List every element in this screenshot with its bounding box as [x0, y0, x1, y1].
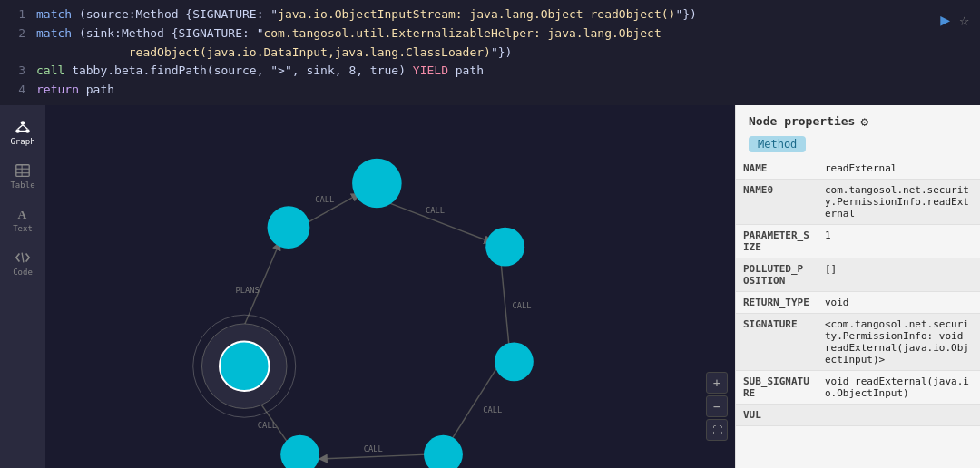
code-panel: 1 match (source:Method {SIGNATURE: "java… [0, 0, 980, 105]
graph-svg: CALL CALL CALL CALL CALL PLANS CALL [45, 105, 735, 468]
code-line-2: 2 match (sink:Method {SIGNATURE: "com.ta… [11, 24, 969, 63]
prop-key-vul: VUL [736, 404, 818, 425]
svg-rect-6 [16, 165, 29, 177]
svg-line-4 [23, 125, 27, 130]
method-badge: Method [749, 136, 806, 152]
prop-val-return-type: void [818, 291, 980, 313]
graph-controls: + − ⛶ [706, 372, 728, 441]
line-number-1: 1 [11, 5, 25, 24]
prop-key-signature: SIGNATURE [736, 313, 818, 370]
prop-row-sub-signature: SUB_SIGNATURE void readExternal(java.io.… [736, 370, 980, 404]
prop-val-polluted: [] [818, 258, 980, 291]
sidebar: Graph Table A Text Code [0, 105, 45, 468]
properties-title: Node properties [749, 114, 855, 128]
prop-row-return-type: RETURN_TYPE void [736, 291, 980, 313]
code-line-1: 1 match (source:Method {SIGNATURE: "java… [11, 5, 969, 24]
prop-row-name0: NAME0 com.tangosol.net.security.Permissi… [736, 179, 980, 224]
run-button[interactable]: ▶ [940, 7, 950, 34]
edge-label-5: CALL [258, 421, 277, 430]
node-top[interactable] [352, 159, 402, 209]
prop-val-name0: com.tangosol.net.security.PermissionInfo… [818, 179, 980, 224]
code-icon [15, 249, 31, 266]
properties-panel: Node properties ⚙ Method NAME readExtern… [735, 105, 980, 468]
graph-area[interactable]: CALL CALL CALL CALL CALL PLANS CALL [45, 105, 735, 468]
edge-2 [501, 260, 510, 351]
prop-row-signature: SIGNATURE <com.tangosol.net.security.Per… [736, 313, 980, 370]
edge-label-2: CALL [512, 301, 531, 310]
line-number-4: 4 [11, 81, 25, 100]
table-icon [15, 162, 31, 179]
line-number-3: 3 [11, 62, 25, 81]
star-button[interactable]: ☆ [959, 7, 969, 34]
prop-key-param-size: PARAMETER_SIZE [736, 224, 818, 258]
edge-label-4: CALL [364, 444, 383, 453]
main-area: Graph Table A Text Code [0, 105, 980, 468]
prop-key-name0: NAME0 [736, 179, 818, 224]
line-number-2: 2 [11, 24, 25, 63]
prop-row-param-size: PARAMETER_SIZE 1 [736, 224, 980, 258]
edge-4 [319, 454, 427, 459]
edge-label-6: PLANS [235, 286, 259, 295]
code-actions: ▶ ☆ [940, 7, 969, 34]
code-line-3: 3 call tabby.beta.findPath(source, ">", … [11, 62, 969, 81]
sidebar-item-table[interactable]: Table [3, 156, 43, 196]
properties-settings-icon[interactable]: ⚙ [860, 114, 867, 129]
code-text-3: call tabby.beta.findPath(source, ">", si… [36, 62, 484, 81]
edge-1 [377, 199, 492, 243]
svg-line-11 [22, 253, 24, 263]
properties-header: Node properties ⚙ [736, 105, 980, 134]
prop-val-sub-signature: void readExternal(java.io.ObjectInput) [818, 370, 980, 404]
code-text-4: return path [36, 81, 114, 100]
sidebar-label-table: Table [10, 180, 34, 190]
sidebar-label-graph: Graph [10, 137, 34, 146]
node-right-upper[interactable] [485, 228, 524, 267]
sidebar-label-code: Code [13, 268, 33, 277]
zoom-in-button[interactable]: + [706, 372, 728, 394]
prop-val-param-size: 1 [818, 224, 980, 258]
text-icon: A [15, 206, 31, 222]
graph-icon [15, 119, 31, 135]
prop-val-signature: <com.tangosol.net.security.PermissionInf… [818, 313, 980, 370]
edge-label-1: CALL [426, 206, 445, 215]
node-left-upper[interactable] [268, 206, 310, 249]
svg-point-0 [21, 121, 25, 125]
code-text-1: match (source:Method {SIGNATURE: "java.i… [36, 5, 697, 24]
prop-key-return-type: RETURN_TYPE [736, 291, 818, 313]
node-right-lower[interactable] [495, 342, 534, 381]
prop-val-vul [818, 404, 980, 425]
sidebar-item-text[interactable]: A Text [3, 200, 43, 239]
prop-key-polluted: POLLUTED_POSITION [736, 258, 818, 291]
node-lower-mid[interactable] [424, 435, 463, 468]
fit-button[interactable]: ⛶ [706, 419, 728, 441]
prop-val-name: readExternal [818, 158, 980, 180]
prop-row-polluted: POLLUTED_POSITION [] [736, 258, 980, 291]
code-line-4: 4 return path [11, 81, 969, 100]
sidebar-item-code[interactable]: Code [3, 243, 43, 283]
edge-label-3: CALL [483, 405, 502, 414]
svg-text:A: A [18, 208, 27, 221]
prop-key-name: NAME [736, 158, 818, 180]
edge-label-7: CALL [315, 195, 334, 204]
zoom-out-button[interactable]: − [706, 395, 728, 417]
svg-line-3 [18, 125, 23, 130]
node-center[interactable] [220, 341, 270, 391]
prop-row-name: NAME readExternal [736, 158, 980, 180]
prop-key-sub-signature: SUB_SIGNATURE [736, 370, 818, 404]
sidebar-item-graph[interactable]: Graph [3, 112, 43, 152]
sidebar-label-text: Text [13, 224, 33, 233]
prop-row-vul: VUL [736, 404, 980, 425]
properties-table: NAME readExternal NAME0 com.tangosol.net… [736, 158, 980, 426]
code-text-2: match (sink:Method {SIGNATURE: "com.tang… [36, 24, 662, 63]
